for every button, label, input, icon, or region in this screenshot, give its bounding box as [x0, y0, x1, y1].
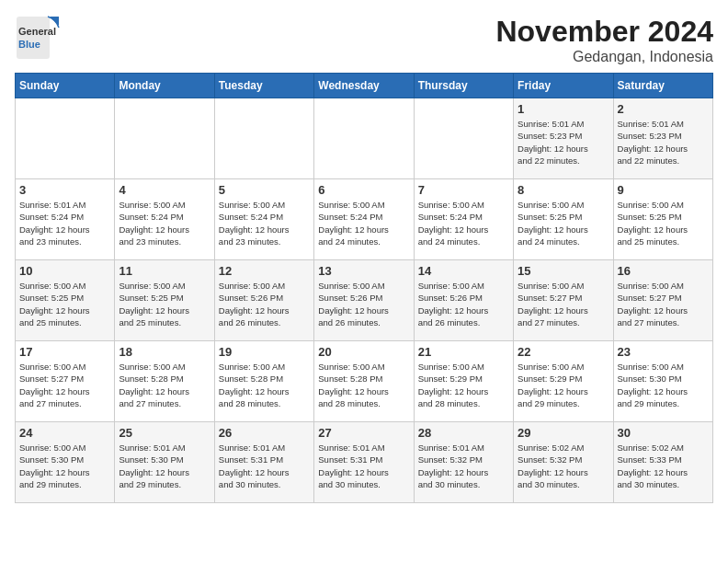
day-info: Sunrise: 5:00 AM Sunset: 5:28 PM Dayligh… [318, 361, 409, 409]
calendar-cell: 15Sunrise: 5:00 AM Sunset: 5:27 PM Dayli… [514, 260, 613, 341]
calendar-cell: 18Sunrise: 5:00 AM Sunset: 5:28 PM Dayli… [115, 341, 214, 422]
day-info: Sunrise: 5:00 AM Sunset: 5:30 PM Dayligh… [19, 442, 110, 490]
calendar-cell: 14Sunrise: 5:00 AM Sunset: 5:26 PM Dayli… [414, 260, 513, 341]
calendar-cell: 7Sunrise: 5:00 AM Sunset: 5:24 PM Daylig… [414, 179, 513, 260]
calendar-cell: 28Sunrise: 5:01 AM Sunset: 5:32 PM Dayli… [414, 422, 513, 503]
day-info: Sunrise: 5:00 AM Sunset: 5:28 PM Dayligh… [219, 361, 310, 409]
day-number: 28 [418, 426, 509, 440]
day-number: 18 [119, 345, 210, 359]
day-number: 29 [518, 426, 609, 440]
svg-rect-0 [17, 17, 50, 59]
calendar-table: SundayMondayTuesdayWednesdayThursdayFrid… [15, 73, 713, 503]
calendar-cell: 30Sunrise: 5:02 AM Sunset: 5:33 PM Dayli… [613, 422, 712, 503]
calendar-cell: 2Sunrise: 5:01 AM Sunset: 5:23 PM Daylig… [613, 98, 712, 179]
calendar-cell: 17Sunrise: 5:00 AM Sunset: 5:27 PM Dayli… [16, 341, 115, 422]
col-header-thursday: Thursday [414, 74, 513, 98]
calendar-cell [115, 98, 214, 179]
day-info: Sunrise: 5:01 AM Sunset: 5:23 PM Dayligh… [518, 118, 609, 167]
day-info: Sunrise: 5:00 AM Sunset: 5:29 PM Dayligh… [418, 361, 509, 409]
day-info: Sunrise: 5:02 AM Sunset: 5:33 PM Dayligh… [618, 442, 709, 490]
day-info: Sunrise: 5:00 AM Sunset: 5:29 PM Dayligh… [518, 361, 609, 409]
day-info: Sunrise: 5:01 AM Sunset: 5:31 PM Dayligh… [219, 442, 310, 490]
day-info: Sunrise: 5:00 AM Sunset: 5:26 PM Dayligh… [318, 280, 409, 328]
title-block: November 2024 Gedangan, Indonesia [495, 15, 713, 65]
day-info: Sunrise: 5:00 AM Sunset: 5:26 PM Dayligh… [219, 280, 310, 328]
day-info: Sunrise: 5:00 AM Sunset: 5:24 PM Dayligh… [318, 199, 409, 247]
calendar-cell: 5Sunrise: 5:00 AM Sunset: 5:24 PM Daylig… [214, 179, 313, 260]
day-info: Sunrise: 5:01 AM Sunset: 5:24 PM Dayligh… [19, 199, 110, 247]
calendar-cell [214, 98, 313, 179]
calendar-cell: 10Sunrise: 5:00 AM Sunset: 5:25 PM Dayli… [16, 260, 115, 341]
day-number: 25 [119, 426, 210, 440]
day-number: 9 [618, 183, 709, 197]
day-number: 3 [19, 183, 110, 197]
calendar-cell: 16Sunrise: 5:00 AM Sunset: 5:27 PM Dayli… [613, 260, 712, 341]
calendar-cell [16, 98, 115, 179]
logo: General Blue [15, 15, 61, 61]
day-number: 17 [19, 345, 110, 359]
col-header-friday: Friday [514, 74, 613, 98]
calendar-cell: 4Sunrise: 5:00 AM Sunset: 5:24 PM Daylig… [115, 179, 214, 260]
calendar-cell: 26Sunrise: 5:01 AM Sunset: 5:31 PM Dayli… [214, 422, 313, 503]
day-number: 7 [418, 183, 509, 197]
day-number: 20 [318, 345, 409, 359]
calendar-cell: 1Sunrise: 5:01 AM Sunset: 5:23 PM Daylig… [514, 98, 613, 179]
calendar-cell: 3Sunrise: 5:01 AM Sunset: 5:24 PM Daylig… [16, 179, 115, 260]
calendar-cell [414, 98, 513, 179]
day-info: Sunrise: 5:00 AM Sunset: 5:30 PM Dayligh… [618, 361, 709, 409]
calendar-cell: 19Sunrise: 5:00 AM Sunset: 5:28 PM Dayli… [214, 341, 313, 422]
day-number: 15 [518, 264, 609, 278]
day-number: 16 [618, 264, 709, 278]
day-number: 1 [518, 102, 609, 116]
logo-icon: General Blue [15, 15, 61, 61]
day-info: Sunrise: 5:01 AM Sunset: 5:32 PM Dayligh… [418, 442, 509, 490]
page-header: General Blue November 2024 Gedangan, Ind… [15, 15, 713, 65]
day-number: 27 [318, 426, 409, 440]
col-header-sunday: Sunday [16, 74, 115, 98]
day-info: Sunrise: 5:00 AM Sunset: 5:24 PM Dayligh… [219, 199, 310, 247]
svg-text:General: General [18, 26, 56, 37]
day-number: 24 [19, 426, 110, 440]
col-header-tuesday: Tuesday [214, 74, 313, 98]
calendar-body: 1Sunrise: 5:01 AM Sunset: 5:23 PM Daylig… [16, 98, 713, 503]
calendar-cell: 25Sunrise: 5:01 AM Sunset: 5:30 PM Dayli… [115, 422, 214, 503]
calendar-cell [314, 98, 414, 179]
day-info: Sunrise: 5:02 AM Sunset: 5:32 PM Dayligh… [518, 442, 609, 490]
week-row-1: 3Sunrise: 5:01 AM Sunset: 5:24 PM Daylig… [16, 179, 713, 260]
day-number: 12 [219, 264, 310, 278]
day-number: 4 [119, 183, 210, 197]
day-number: 8 [518, 183, 609, 197]
week-row-3: 17Sunrise: 5:00 AM Sunset: 5:27 PM Dayli… [16, 341, 713, 422]
day-number: 30 [618, 426, 709, 440]
col-header-wednesday: Wednesday [314, 74, 414, 98]
calendar-cell: 9Sunrise: 5:00 AM Sunset: 5:25 PM Daylig… [613, 179, 712, 260]
day-info: Sunrise: 5:00 AM Sunset: 5:25 PM Dayligh… [518, 199, 609, 247]
week-row-2: 10Sunrise: 5:00 AM Sunset: 5:25 PM Dayli… [16, 260, 713, 341]
day-number: 5 [219, 183, 310, 197]
day-number: 6 [318, 183, 409, 197]
day-info: Sunrise: 5:00 AM Sunset: 5:24 PM Dayligh… [119, 199, 210, 247]
calendar-cell: 29Sunrise: 5:02 AM Sunset: 5:32 PM Dayli… [514, 422, 613, 503]
week-row-4: 24Sunrise: 5:00 AM Sunset: 5:30 PM Dayli… [16, 422, 713, 503]
calendar-cell: 12Sunrise: 5:00 AM Sunset: 5:26 PM Dayli… [214, 260, 313, 341]
day-number: 2 [618, 102, 709, 116]
calendar-cell: 22Sunrise: 5:00 AM Sunset: 5:29 PM Dayli… [514, 341, 613, 422]
page-title: November 2024 [495, 15, 713, 49]
day-number: 11 [119, 264, 210, 278]
day-number: 10 [19, 264, 110, 278]
day-info: Sunrise: 5:01 AM Sunset: 5:23 PM Dayligh… [618, 118, 709, 167]
calendar-cell: 6Sunrise: 5:00 AM Sunset: 5:24 PM Daylig… [314, 179, 414, 260]
day-info: Sunrise: 5:01 AM Sunset: 5:31 PM Dayligh… [318, 442, 409, 490]
day-info: Sunrise: 5:00 AM Sunset: 5:25 PM Dayligh… [618, 199, 709, 247]
day-info: Sunrise: 5:00 AM Sunset: 5:27 PM Dayligh… [19, 361, 110, 409]
day-number: 26 [219, 426, 310, 440]
day-info: Sunrise: 5:00 AM Sunset: 5:24 PM Dayligh… [418, 199, 509, 247]
calendar-cell: 21Sunrise: 5:00 AM Sunset: 5:29 PM Dayli… [414, 341, 513, 422]
day-info: Sunrise: 5:00 AM Sunset: 5:27 PM Dayligh… [618, 280, 709, 328]
col-header-saturday: Saturday [613, 74, 712, 98]
calendar-cell: 20Sunrise: 5:00 AM Sunset: 5:28 PM Dayli… [314, 341, 414, 422]
col-header-monday: Monday [115, 74, 214, 98]
day-info: Sunrise: 5:00 AM Sunset: 5:27 PM Dayligh… [518, 280, 609, 328]
day-info: Sunrise: 5:00 AM Sunset: 5:25 PM Dayligh… [19, 280, 110, 328]
day-info: Sunrise: 5:00 AM Sunset: 5:25 PM Dayligh… [119, 280, 210, 328]
